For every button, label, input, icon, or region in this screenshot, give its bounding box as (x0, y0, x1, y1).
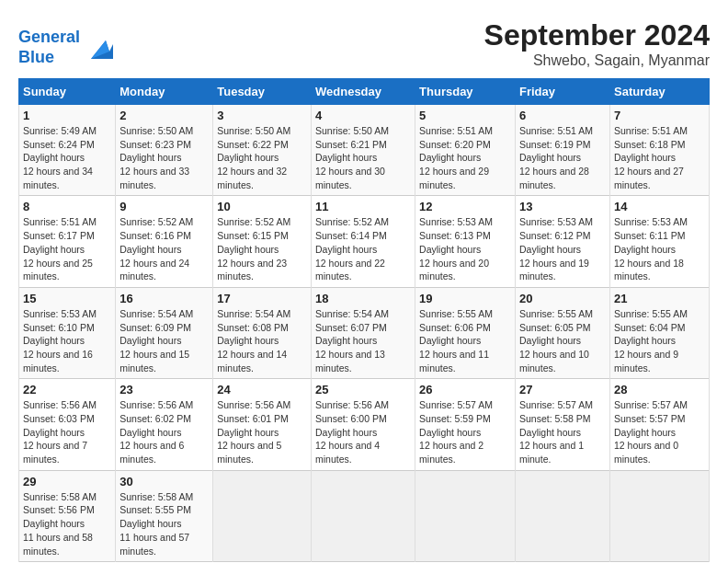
col-header-saturday: Saturday (609, 79, 709, 105)
day-info: Sunrise: 5:57 AM Sunset: 5:57 PM Dayligh… (614, 398, 705, 465)
day-number: 7 (614, 109, 705, 122)
calendar-cell: 2 Sunrise: 5:50 AM Sunset: 6:23 PM Dayli… (116, 105, 213, 196)
logo: General Blue (18, 28, 113, 67)
calendar-cell: 17 Sunrise: 5:54 AM Sunset: 6:08 PM Dayl… (213, 287, 312, 378)
day-number: 15 (23, 292, 111, 305)
day-number: 28 (614, 383, 705, 396)
calendar-cell: 19 Sunrise: 5:55 AM Sunset: 6:06 PM Dayl… (415, 287, 516, 378)
day-number: 10 (217, 200, 307, 213)
day-number: 30 (119, 475, 209, 488)
calendar-table: SundayMondayTuesdayWednesdayThursdayFrid… (18, 78, 710, 562)
col-header-wednesday: Wednesday (312, 79, 415, 105)
day-number: 1 (23, 109, 111, 122)
calendar-cell: 29 Sunrise: 5:58 AM Sunset: 5:56 PM Dayl… (19, 470, 116, 561)
calendar-cell: 27 Sunrise: 5:57 AM Sunset: 5:58 PM Dayl… (515, 379, 609, 470)
day-info: Sunrise: 5:55 AM Sunset: 6:05 PM Dayligh… (519, 307, 606, 374)
day-info: Sunrise: 5:51 AM Sunset: 6:17 PM Dayligh… (23, 215, 111, 282)
day-info: Sunrise: 5:57 AM Sunset: 5:58 PM Dayligh… (519, 398, 606, 465)
day-info: Sunrise: 5:56 AM Sunset: 6:02 PM Dayligh… (119, 398, 209, 465)
col-header-friday: Friday (515, 79, 609, 105)
day-info: Sunrise: 5:53 AM Sunset: 6:10 PM Dayligh… (23, 307, 111, 374)
calendar-cell: 14 Sunrise: 5:53 AM Sunset: 6:11 PM Dayl… (609, 196, 709, 287)
title-area: September 2024 Shwebo, Sagain, Myanmar (484, 18, 710, 69)
day-number: 11 (315, 200, 411, 213)
day-number: 6 (519, 109, 606, 122)
day-number: 29 (23, 475, 111, 488)
calendar-cell: 22 Sunrise: 5:56 AM Sunset: 6:03 PM Dayl… (19, 379, 116, 470)
calendar-cell: 28 Sunrise: 5:57 AM Sunset: 5:57 PM Dayl… (609, 379, 709, 470)
calendar-cell: 10 Sunrise: 5:52 AM Sunset: 6:15 PM Dayl… (213, 196, 312, 287)
day-number: 19 (419, 292, 511, 305)
day-number: 3 (217, 109, 307, 122)
day-number: 20 (519, 292, 606, 305)
day-number: 4 (315, 109, 411, 122)
day-info: Sunrise: 5:58 AM Sunset: 5:55 PM Dayligh… (119, 490, 209, 557)
calendar-cell (609, 470, 709, 561)
day-number: 21 (614, 292, 705, 305)
day-number: 25 (315, 383, 411, 396)
calendar-cell: 23 Sunrise: 5:56 AM Sunset: 6:02 PM Dayl… (116, 379, 213, 470)
day-number: 27 (519, 383, 606, 396)
col-header-tuesday: Tuesday (213, 79, 312, 105)
calendar-cell: 7 Sunrise: 5:51 AM Sunset: 6:18 PM Dayli… (609, 105, 709, 196)
calendar-cell: 25 Sunrise: 5:56 AM Sunset: 6:00 PM Dayl… (312, 379, 415, 470)
day-number: 22 (23, 383, 111, 396)
day-info: Sunrise: 5:54 AM Sunset: 6:08 PM Dayligh… (217, 307, 307, 374)
day-info: Sunrise: 5:52 AM Sunset: 6:16 PM Dayligh… (119, 215, 209, 282)
calendar-cell: 11 Sunrise: 5:52 AM Sunset: 6:14 PM Dayl… (312, 196, 415, 287)
calendar-cell: 8 Sunrise: 5:51 AM Sunset: 6:17 PM Dayli… (19, 196, 116, 287)
day-number: 17 (217, 292, 307, 305)
logo-line2: Blue (18, 48, 54, 66)
day-number: 8 (23, 200, 111, 213)
calendar-cell: 16 Sunrise: 5:54 AM Sunset: 6:09 PM Dayl… (116, 287, 213, 378)
day-info: Sunrise: 5:56 AM Sunset: 6:00 PM Dayligh… (315, 398, 411, 465)
day-number: 12 (419, 200, 511, 213)
month-title: September 2024 (484, 18, 710, 52)
day-info: Sunrise: 5:51 AM Sunset: 6:19 PM Dayligh… (519, 124, 606, 191)
calendar-cell: 18 Sunrise: 5:54 AM Sunset: 6:07 PM Dayl… (312, 287, 415, 378)
calendar-cell (515, 470, 609, 561)
day-number: 13 (519, 200, 606, 213)
calendar-cell: 3 Sunrise: 5:50 AM Sunset: 6:22 PM Dayli… (213, 105, 312, 196)
col-header-thursday: Thursday (415, 79, 516, 105)
day-number: 26 (419, 383, 511, 396)
day-info: Sunrise: 5:51 AM Sunset: 6:20 PM Dayligh… (419, 124, 511, 191)
day-number: 9 (119, 200, 209, 213)
day-number: 24 (217, 383, 307, 396)
col-header-sunday: Sunday (19, 79, 116, 105)
day-number: 18 (315, 292, 411, 305)
day-info: Sunrise: 5:52 AM Sunset: 6:14 PM Dayligh… (315, 215, 411, 282)
calendar-cell: 9 Sunrise: 5:52 AM Sunset: 6:16 PM Dayli… (116, 196, 213, 287)
day-info: Sunrise: 5:55 AM Sunset: 6:04 PM Dayligh… (614, 307, 705, 374)
day-info: Sunrise: 5:52 AM Sunset: 6:15 PM Dayligh… (217, 215, 307, 282)
calendar-cell: 6 Sunrise: 5:51 AM Sunset: 6:19 PM Dayli… (515, 105, 609, 196)
day-info: Sunrise: 5:54 AM Sunset: 6:07 PM Dayligh… (315, 307, 411, 374)
day-info: Sunrise: 5:58 AM Sunset: 5:56 PM Dayligh… (23, 490, 111, 557)
calendar-cell (415, 470, 516, 561)
day-info: Sunrise: 5:50 AM Sunset: 6:23 PM Dayligh… (119, 124, 209, 191)
day-info: Sunrise: 5:53 AM Sunset: 6:12 PM Dayligh… (519, 215, 606, 282)
day-number: 23 (119, 383, 209, 396)
calendar-cell: 21 Sunrise: 5:55 AM Sunset: 6:04 PM Dayl… (609, 287, 709, 378)
calendar-cell: 5 Sunrise: 5:51 AM Sunset: 6:20 PM Dayli… (415, 105, 516, 196)
logo-icon (84, 33, 113, 63)
calendar-cell: 15 Sunrise: 5:53 AM Sunset: 6:10 PM Dayl… (19, 287, 116, 378)
calendar-cell (312, 470, 415, 561)
day-info: Sunrise: 5:50 AM Sunset: 6:22 PM Dayligh… (217, 124, 307, 191)
day-info: Sunrise: 5:49 AM Sunset: 6:24 PM Dayligh… (23, 124, 111, 191)
day-info: Sunrise: 5:56 AM Sunset: 6:03 PM Dayligh… (23, 398, 111, 465)
header: General Blue September 2024 Shwebo, Saga… (18, 18, 710, 69)
day-number: 14 (614, 200, 705, 213)
day-number: 2 (119, 109, 209, 122)
calendar-cell: 26 Sunrise: 5:57 AM Sunset: 5:59 PM Dayl… (415, 379, 516, 470)
day-info: Sunrise: 5:57 AM Sunset: 5:59 PM Dayligh… (419, 398, 511, 465)
day-info: Sunrise: 5:54 AM Sunset: 6:09 PM Dayligh… (119, 307, 209, 374)
calendar-cell: 30 Sunrise: 5:58 AM Sunset: 5:55 PM Dayl… (116, 470, 213, 561)
location-title: Shwebo, Sagain, Myanmar (484, 52, 710, 69)
calendar-cell (213, 470, 312, 561)
day-info: Sunrise: 5:51 AM Sunset: 6:18 PM Dayligh… (614, 124, 705, 191)
calendar-cell: 4 Sunrise: 5:50 AM Sunset: 6:21 PM Dayli… (312, 105, 415, 196)
day-info: Sunrise: 5:53 AM Sunset: 6:11 PM Dayligh… (614, 215, 705, 282)
calendar-cell: 12 Sunrise: 5:53 AM Sunset: 6:13 PM Dayl… (415, 196, 516, 287)
day-info: Sunrise: 5:53 AM Sunset: 6:13 PM Dayligh… (419, 215, 511, 282)
